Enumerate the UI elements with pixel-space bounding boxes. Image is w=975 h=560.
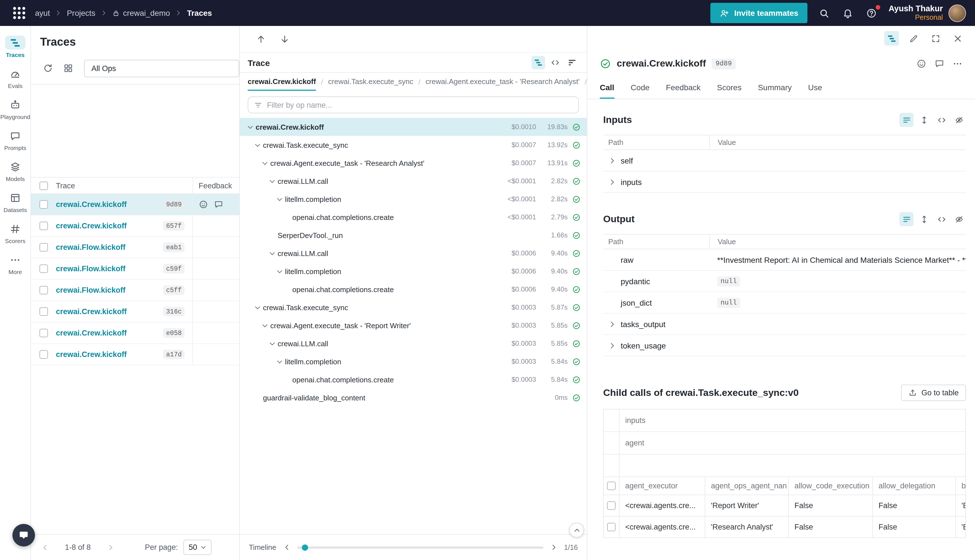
- call-tree-row[interactable]: SerperDevTool._run 1.66s: [240, 226, 587, 244]
- call-tree-row[interactable]: crewai.Crew.kickoff $0.0010 19.83s: [240, 118, 587, 136]
- row-checkbox[interactable]: [39, 350, 48, 359]
- call-tree-row[interactable]: litellm.completion $0.0003 5.84s: [240, 352, 587, 370]
- breadcrumb-project[interactable]: crewai_demo: [112, 8, 170, 17]
- prev-page-icon[interactable]: [41, 543, 49, 551]
- output-row[interactable]: pydantic null: [603, 271, 966, 292]
- hide-values-button[interactable]: [952, 113, 966, 127]
- collapse-tree-button[interactable]: [569, 523, 584, 537]
- column-header[interactable]: agent_ops_agent_nan: [705, 477, 789, 495]
- chevron-down-icon[interactable]: [254, 304, 261, 311]
- column-header[interactable]: agent_executor: [619, 477, 705, 495]
- json-view-button[interactable]: [934, 113, 948, 127]
- comment-icon[interactable]: [214, 200, 224, 209]
- ops-filter-select[interactable]: All Ops: [84, 60, 239, 77]
- chevron-down-icon[interactable]: [269, 340, 276, 347]
- op-filter-input[interactable]: [267, 101, 573, 109]
- chevron-down-icon[interactable]: [247, 123, 254, 130]
- output-row[interactable]: token_usage: [603, 335, 966, 357]
- trace-name-link[interactable]: crewai.Flow.kickoff: [56, 286, 164, 294]
- chevron-down-icon[interactable]: [276, 195, 283, 203]
- call-tree-row[interactable]: litellm.completion <$0.0001 2.82s: [240, 190, 587, 208]
- child-call-row[interactable]: <crewai.agents.cre... 'Report Writer' Fa…: [604, 495, 965, 517]
- sidebar-item-more[interactable]: More: [0, 249, 30, 280]
- row-checkbox[interactable]: [39, 200, 48, 209]
- sidebar-item-datasets[interactable]: Datasets: [0, 187, 30, 218]
- call-tree-row[interactable]: crewai.Agent.execute_task - 'Report Writ…: [240, 317, 587, 334]
- expanded-view-button[interactable]: [899, 212, 913, 226]
- search-button[interactable]: [818, 6, 831, 20]
- path-tab[interactable]: crewai.Crew.kickoff: [248, 73, 316, 91]
- path-tab[interactable]: crewai.Task.execute_sync: [328, 73, 413, 91]
- column-header[interactable]: allow_delegation: [873, 477, 956, 495]
- refresh-button[interactable]: [40, 60, 56, 76]
- child-call-row[interactable]: <crewai.agents.cre... 'Research Analyst'…: [604, 517, 965, 538]
- input-row[interactable]: self: [603, 150, 966, 172]
- sidebar-item-playground[interactable]: Playground: [0, 93, 30, 125]
- call-tree-row[interactable]: openai.chat.completions.create <$0.0001 …: [240, 208, 587, 226]
- breadcrumb-projects[interactable]: Projects: [67, 8, 95, 17]
- add-reaction-icon[interactable]: [916, 58, 927, 69]
- trace-row[interactable]: crewai.Crew.kickoff 657f: [31, 215, 239, 237]
- call-tree-row[interactable]: crewai.LLM.call $0.0006 9.40s: [240, 244, 587, 262]
- call-tree-row[interactable]: crewai.LLM.call <$0.0001 2.82s: [240, 172, 587, 190]
- columns-button[interactable]: [60, 60, 76, 76]
- sidebar-item-scorers[interactable]: Scorers: [0, 218, 30, 249]
- trace-row[interactable]: crewai.Crew.kickoff 9d89: [31, 194, 239, 215]
- trace-row[interactable]: crewai.Flow.kickoff eab1: [31, 237, 239, 258]
- chevron-right-icon[interactable]: [550, 543, 557, 551]
- invite-teammates-button[interactable]: Invite teammates: [710, 3, 807, 23]
- per-page-select[interactable]: 50: [184, 540, 212, 555]
- tree-toggle-button[interactable]: [884, 31, 899, 46]
- flame-view-button[interactable]: [565, 56, 579, 69]
- chevron-down-icon[interactable]: [254, 141, 261, 148]
- json-view-button[interactable]: [934, 212, 948, 226]
- call-tree-row[interactable]: guardrail-validate_blog_content 0ms: [240, 388, 587, 407]
- next-page-icon[interactable]: [107, 543, 115, 551]
- row-checkbox[interactable]: [39, 243, 48, 252]
- trace-name-link[interactable]: crewai.Flow.kickoff: [56, 243, 164, 252]
- code-view-button[interactable]: [548, 56, 562, 69]
- chevron-right-icon[interactable]: [608, 320, 616, 328]
- chevron-down-icon[interactable]: [269, 177, 276, 185]
- support-chat-button[interactable]: [12, 524, 35, 547]
- tab-use[interactable]: Use: [808, 77, 822, 99]
- notifications-button[interactable]: [841, 6, 855, 20]
- call-tree-row[interactable]: crewai.Agent.execute_task - 'Research An…: [240, 154, 587, 172]
- input-row[interactable]: inputs: [603, 172, 966, 193]
- chevron-right-icon[interactable]: [608, 157, 616, 164]
- tab-summary[interactable]: Summary: [758, 77, 791, 99]
- edit-button[interactable]: [906, 31, 921, 46]
- hide-values-button[interactable]: [952, 212, 966, 226]
- chevron-down-icon[interactable]: [261, 322, 269, 329]
- tab-feedback[interactable]: Feedback: [666, 77, 701, 99]
- chevron-down-icon[interactable]: [261, 159, 269, 167]
- call-tree-row[interactable]: openai.chat.completions.create $0.0003 5…: [240, 370, 587, 388]
- select-all-checkbox[interactable]: [39, 181, 48, 190]
- comment-icon[interactable]: [934, 58, 945, 69]
- column-header[interactable]: allow_code_execution: [789, 477, 873, 495]
- unfold-button[interactable]: [917, 113, 931, 127]
- tab-code[interactable]: Code: [631, 77, 649, 99]
- trace-row[interactable]: crewai.Crew.kickoff a17d: [31, 344, 239, 365]
- output-row[interactable]: tasks_output: [603, 313, 966, 335]
- chevron-down-icon[interactable]: [269, 250, 276, 257]
- tab-call[interactable]: Call: [600, 77, 614, 99]
- trace-name-link[interactable]: crewai.Crew.kickoff: [56, 350, 164, 359]
- trace-name-link[interactable]: crewai.Crew.kickoff: [56, 307, 164, 316]
- sidebar-item-prompts[interactable]: Prompts: [0, 125, 30, 156]
- row-checkbox[interactable]: [39, 222, 48, 230]
- trace-row[interactable]: crewai.Flow.kickoff c5ff: [31, 280, 239, 301]
- row-checkbox[interactable]: [607, 523, 616, 531]
- wandb-logo[interactable]: [11, 5, 27, 21]
- chevron-right-icon[interactable]: [608, 342, 616, 349]
- tree-view-button[interactable]: [531, 56, 545, 69]
- chevron-left-icon[interactable]: [283, 543, 290, 551]
- row-checkbox[interactable]: [39, 307, 48, 316]
- chevron-down-icon[interactable]: [276, 358, 283, 365]
- call-tree-row[interactable]: crewai.Task.execute_sync $0.0003 5.87s: [240, 298, 587, 317]
- expanded-view-button[interactable]: [899, 113, 913, 127]
- trace-row[interactable]: crewai.Crew.kickoff e058: [31, 323, 239, 344]
- chevron-right-icon[interactable]: [608, 178, 616, 186]
- sidebar-item-traces[interactable]: Traces: [0, 32, 30, 63]
- breadcrumb-current[interactable]: Traces: [187, 8, 212, 17]
